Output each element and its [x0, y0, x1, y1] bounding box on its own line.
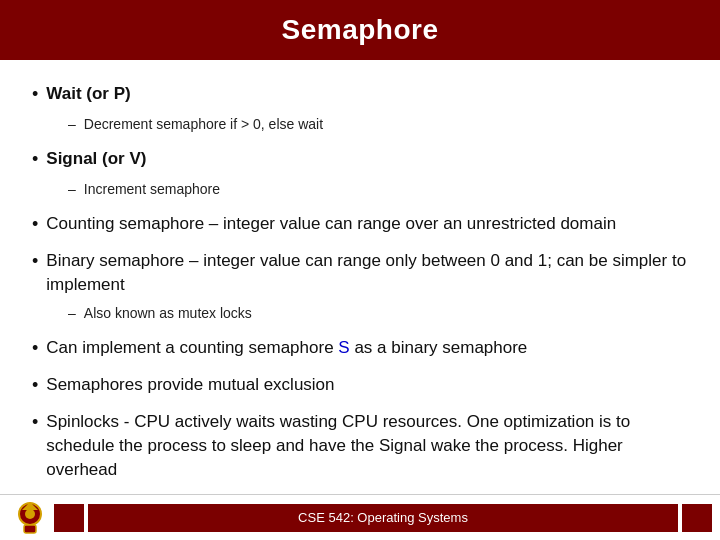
- bullet-text-signal: Signal (or V): [46, 147, 688, 171]
- footer-course-text: CSE 542: Operating Systems: [298, 510, 468, 525]
- footer-logo: [8, 496, 52, 540]
- sub-dash-binary: –: [68, 304, 76, 324]
- bullet-wait: • Wait (or P): [32, 82, 688, 107]
- bullet-binary: • Binary semaphore – integer value can r…: [32, 249, 688, 297]
- signal-label: Signal (or V): [46, 149, 146, 168]
- binary-text: Binary semaphore – integer value can ran…: [46, 249, 688, 297]
- bullet-dot-implement: •: [32, 336, 38, 361]
- bullet-dot-spinlocks: •: [32, 410, 38, 435]
- spinlocks-text: Spinlocks - CPU actively waits wasting C…: [46, 410, 688, 481]
- svg-point-3: [25, 509, 35, 519]
- bullet-mutual: • Semaphores provide mutual exclusion: [32, 373, 688, 398]
- svg-rect-2: [24, 525, 36, 533]
- footer-bar-left: [54, 504, 84, 532]
- sub-wait: – Decrement semaphore if > 0, else wait: [68, 115, 688, 135]
- implement-after: as a binary semaphore: [350, 338, 528, 357]
- sub-dash-signal: –: [68, 180, 76, 200]
- implement-highlight: S: [338, 338, 349, 357]
- sub-binary: – Also known as mutex locks: [68, 304, 688, 324]
- bullet-spinlocks: • Spinlocks - CPU actively waits wasting…: [32, 410, 688, 481]
- slide-footer: CSE 542: Operating Systems: [0, 494, 720, 540]
- bullet-signal: • Signal (or V): [32, 147, 688, 172]
- title-text: Semaphore: [282, 14, 439, 45]
- bullet-implement: • Can implement a counting semaphore S a…: [32, 336, 688, 361]
- slide-content: • Wait (or P) – Decrement semaphore if >…: [0, 60, 720, 494]
- bullet-dot-mutual: •: [32, 373, 38, 398]
- footer-course: CSE 542: Operating Systems: [88, 504, 678, 532]
- sub-signal: – Increment semaphore: [68, 180, 688, 200]
- bullet-dot-counting: •: [32, 212, 38, 237]
- counting-text: Counting semaphore – integer value can r…: [46, 212, 688, 236]
- bullet-dot-binary: •: [32, 249, 38, 274]
- sub-text-wait: Decrement semaphore if > 0, else wait: [84, 115, 688, 135]
- logo-icon: [10, 498, 50, 538]
- bullet-counting: • Counting semaphore – integer value can…: [32, 212, 688, 237]
- bullet-text-wait: Wait (or P): [46, 82, 688, 106]
- wait-label: Wait (or P): [46, 84, 130, 103]
- sub-text-signal: Increment semaphore: [84, 180, 688, 200]
- slide: Semaphore • Wait (or P) – Decrement sema…: [0, 0, 720, 540]
- sub-dash-wait: –: [68, 115, 76, 135]
- slide-title: Semaphore: [0, 0, 720, 60]
- bullet-dot-signal: •: [32, 147, 38, 172]
- implement-before: Can implement a counting semaphore: [46, 338, 338, 357]
- sub-text-binary: Also known as mutex locks: [84, 304, 688, 324]
- bullet-dot-wait: •: [32, 82, 38, 107]
- mutual-text: Semaphores provide mutual exclusion: [46, 373, 688, 397]
- footer-bar-right: [682, 504, 712, 532]
- implement-text: Can implement a counting semaphore S as …: [46, 336, 688, 360]
